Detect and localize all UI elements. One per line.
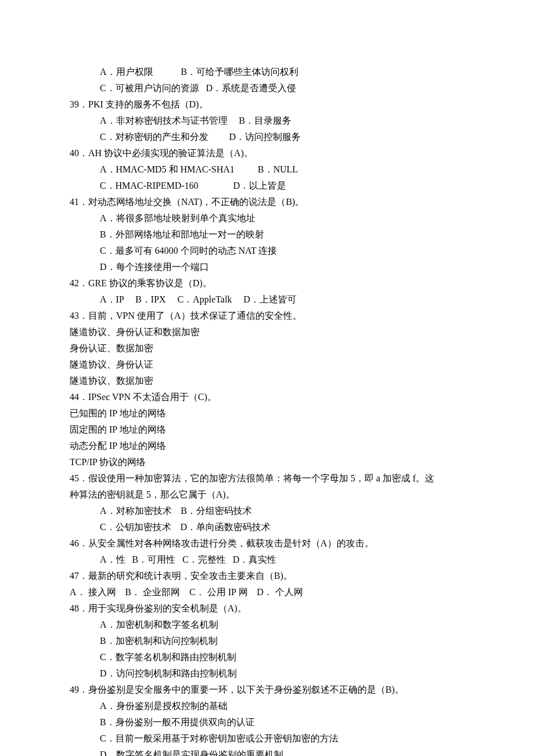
text-line: B．身份鉴别一般不用提供双向的认证 [70, 714, 464, 730]
text-line: C．公钥加密技术 D．单向函数密码技术 [70, 519, 464, 535]
text-line: 隧道协议、身份认证和数据加密 [70, 324, 464, 340]
text-line: 41．对动态网络地址交换（NAT)，不正确的说法是（B)。 [70, 194, 464, 210]
text-line: A．用户权限 B．可给予哪些主体访问权利 [70, 64, 464, 80]
text-line: 42．GRE 协议的乘客协议是（D)。 [70, 275, 464, 291]
text-line: 43．目前，VPN 使用了（A）技术保证了通信的安全性。 [70, 308, 464, 324]
text-line: A．IP B．IPX C．AppleTalk D．上述皆可 [70, 291, 464, 308]
text-line: C．目前一般采用基于对称密钥加密或公开密钥加密的方法 [70, 730, 464, 747]
text-line: 40．AH 协议中必须实现的验证算法是（A)。 [70, 145, 464, 161]
text-line: 47．最新的研究和统计表明，安全攻击主要来自（B)。 [70, 568, 464, 584]
document-page: A．用户权限 B．可给予哪些主体访问权利C．可被用户访问的资源 D．系统是否遭受… [0, 0, 534, 756]
text-line: A．将很多部地址映射到单个真实地址 [70, 210, 464, 226]
text-line: 隧道协议、数据加密 [70, 373, 464, 389]
text-line: A．非对称密钥技术与证书管理 B．目录服务 [70, 113, 464, 129]
text-line: A．身份鉴别是授权控制的基础 [70, 698, 464, 714]
text-line: C．对称密钥的产生和分发 D．访问控制服务 [70, 129, 464, 145]
text-line: D．访问控制机制和路由控制机制 [70, 665, 464, 682]
text-line: 种算法的密钥就是 5，那么它属于（A)。 [70, 487, 464, 503]
text-line: 身份认证、数据加密 [70, 340, 464, 357]
text-line: 39．PKI 支持的服务不包括（D)。 [70, 96, 464, 113]
text-line: 固定围的 IP 地址的网络 [70, 422, 464, 438]
text-line: D．数字签名机制是实现身份鉴别的重要机制 [70, 747, 464, 756]
text-line: 46．从安全属性对各种网络攻击进行分类，截获攻击是针对（A）的攻击。 [70, 535, 464, 552]
text-line: 动态分配 IP 地址的网络 [70, 438, 464, 454]
text-line: A．加密机制和数字签名机制 [70, 617, 464, 633]
text-line: C．可被用户访问的资源 D．系统是否遭受入侵 [70, 80, 464, 96]
text-line: A．HMAC-MD5 和 HMAC-SHA1 B．NULL [70, 161, 464, 178]
text-line: 48．用于实现身份鉴别的安全机制是（A)。 [70, 600, 464, 617]
text-line: 隧道协议、身份认证 [70, 357, 464, 373]
text-line: TCP/IP 协议的网络 [70, 454, 464, 470]
text-line: C．HMAC-RIPEMD-160 D．以上皆是 [70, 178, 464, 194]
text-line: C．数字签名机制和路由控制机制 [70, 649, 464, 665]
text-line: 49．身份鉴别是安全服务中的重要一环，以下关于身份鉴别叙述不正确的是（B)。 [70, 682, 464, 698]
text-line: A． 接入网 B． 企业部网 C． 公用 IP 网 D． 个人网 [70, 584, 464, 600]
document-body: A．用户权限 B．可给予哪些主体访问权利C．可被用户访问的资源 D．系统是否遭受… [70, 64, 464, 756]
text-line: 44．IPSec VPN 不太适合用于（C)。 [70, 389, 464, 405]
text-line: D．每个连接使用一个端口 [70, 259, 464, 275]
text-line: B．加密机制和访问控制机制 [70, 633, 464, 649]
text-line: 已知围的 IP 地址的网络 [70, 405, 464, 422]
text-line: A．性 B．可用性 C．完整性 D．真实性 [70, 552, 464, 568]
text-line: A．对称加密技术 B．分组密码技术 [70, 503, 464, 519]
text-line: C．最多可有 64000 个同时的动态 NAT 连接 [70, 243, 464, 259]
text-line: 45．假设使用一种加密算法，它的加密方法很简单：将每一个字母加 5，即 a 加密… [70, 470, 464, 487]
text-line: B．外部网络地址和部地址一对一的映射 [70, 226, 464, 243]
